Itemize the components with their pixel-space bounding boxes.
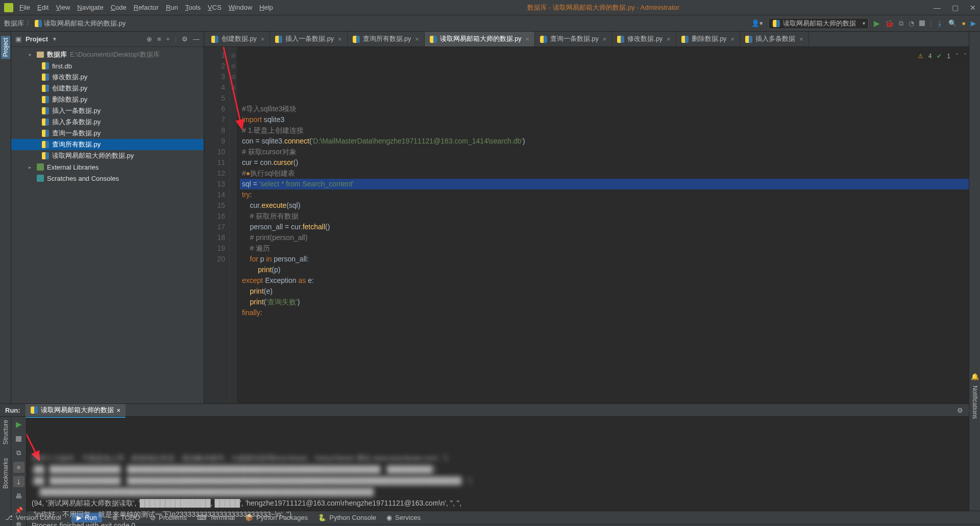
close-tab-icon[interactable]: ×	[261, 35, 265, 43]
print-icon[interactable]: 🖶	[13, 490, 24, 501]
project-tree[interactable]: ▾ 数据库 E:\Documents\Desktop\数据库 first.db修…	[11, 47, 204, 403]
run-tab[interactable]: 读取网易邮箱大师的数据 ×	[26, 404, 126, 416]
locate-icon[interactable]: ⊕	[146, 35, 152, 43]
project-title: Project	[26, 35, 48, 43]
tree-file[interactable]: 修改数据.py	[11, 71, 204, 83]
run-config-selector[interactable]: 读取网易邮箱大师的数据	[768, 18, 869, 29]
tree-file[interactable]: 插入一条数据.py	[11, 105, 204, 116]
search-icon[interactable]: 🔍	[948, 19, 957, 27]
editor-tab[interactable]: 读取网易邮箱大师的数据.py×	[425, 32, 535, 47]
collapse-all-icon[interactable]: ÷	[166, 35, 169, 43]
stop-button[interactable]	[13, 433, 24, 444]
menu-view[interactable]: View	[56, 4, 70, 11]
python-file-icon	[681, 36, 689, 43]
run-button[interactable]: ▶	[874, 19, 880, 28]
editor-tab[interactable]: 插入多条数据×	[740, 32, 809, 47]
close-tab-icon[interactable]: ×	[799, 35, 803, 43]
editor-body[interactable]: 1234567891011121314151617181920 ⊟⊟⊟⊟ ⚠4 …	[204, 47, 980, 403]
stop-button[interactable]	[919, 20, 925, 26]
run-tool-window: Run: 读取网易邮箱大师的数据 × ⚙ — Structure Bookmar…	[0, 403, 980, 511]
notifications-icon[interactable]: 🔔	[971, 373, 979, 380]
editor-tab[interactable]: 删除数据.py×	[676, 32, 740, 47]
close-tab-icon[interactable]: ×	[730, 35, 734, 43]
maximize-icon[interactable]: ▢	[952, 4, 959, 12]
code-area[interactable]: ⚠4 ✔1 ˄ ˅ #导入sqllite3模块import sqlite3# 1…	[237, 47, 980, 403]
ide-features-icon[interactable]: ●	[962, 19, 966, 27]
menu-window[interactable]: Window	[229, 4, 252, 11]
tree-file[interactable]: 查询所有数据.py	[11, 139, 204, 150]
git-update-icon[interactable]: ⭳	[937, 19, 943, 27]
coverage-button[interactable]: ⧉	[899, 19, 903, 28]
expand-all-icon[interactable]: ≡	[157, 35, 161, 43]
warning-icon: ⚠	[918, 51, 923, 62]
python-file-icon	[42, 141, 49, 148]
editor-tab[interactable]: 插入一条数据.py×	[270, 32, 347, 47]
editor-tab[interactable]: 创建数据.py×	[206, 32, 270, 47]
close-tab-icon[interactable]: ×	[526, 35, 530, 43]
close-tab-icon[interactable]: ×	[667, 35, 671, 43]
tree-file[interactable]: 查询一条数据.py	[11, 128, 204, 139]
chevron-down-icon[interactable]: ˅	[964, 51, 967, 62]
menu-edit[interactable]: Edit	[37, 4, 48, 11]
scroll-to-end-icon[interactable]: ⤓	[13, 476, 24, 487]
python-icon	[773, 20, 780, 27]
menu-code[interactable]: Code	[111, 4, 127, 11]
tree-file[interactable]: 创建数据.py	[11, 83, 204, 94]
sidebar-tab-structure[interactable]: Structure	[2, 420, 9, 445]
menu-vcs[interactable]: VCS	[208, 4, 222, 11]
chevron-right-icon[interactable]: ▸	[29, 164, 34, 170]
inspection-widget[interactable]: ⚠4 ✔1 ˄ ˅	[916, 50, 969, 63]
rerun-button[interactable]: ▶	[13, 419, 24, 430]
menu-refactor[interactable]: Refactor	[134, 4, 159, 11]
menu-tools[interactable]: Tools	[185, 4, 201, 11]
console-output[interactable]: 加州十大操作，可能是他上帝，邮箱地址有误，请勿略本邮件。\n感谢你使用AnyVi…	[27, 417, 980, 526]
close-tab-icon[interactable]: ×	[603, 35, 607, 43]
breadcrumb-file[interactable]: 读取网易邮箱大师的数据.py	[44, 19, 126, 28]
gear-icon[interactable]: ⚙	[182, 35, 188, 43]
editor-tab[interactable]: 修改数据.py×	[612, 32, 676, 47]
scratches-and-consoles[interactable]: Scratches and Consoles	[11, 173, 204, 184]
tree-file[interactable]: 插入多条数据.py	[11, 116, 204, 128]
project-view-icon: ▣	[15, 35, 21, 43]
close-tab-icon[interactable]: ×	[117, 407, 121, 414]
editor-area: 创建数据.py×插入一条数据.py×查询所有数据.py×读取网易邮箱大师的数据.…	[204, 32, 980, 403]
menu-navigate[interactable]: Navigate	[77, 4, 103, 11]
menu-run[interactable]: Run	[166, 4, 178, 11]
debug-button[interactable]: 🐞	[885, 19, 894, 28]
menu-file[interactable]: File	[19, 4, 30, 11]
sidebar-tab-notifications[interactable]: Notifications	[971, 386, 978, 419]
gear-icon[interactable]: ⚙	[957, 407, 963, 414]
breadcrumb[interactable]: 数据库 〉 读取网易邮箱大师的数据.py	[4, 19, 126, 28]
tree-file[interactable]: 删除数据.py	[11, 94, 204, 105]
minimize-icon[interactable]: —	[934, 4, 941, 12]
tree-file[interactable]: first.db	[11, 60, 204, 71]
editor-tab[interactable]: 查询一条数据.py×	[535, 32, 612, 47]
editor-tabbar: 创建数据.py×插入一条数据.py×查询所有数据.py×读取网易邮箱大师的数据.…	[204, 32, 980, 47]
code-with-me-icon[interactable]: ▶	[971, 19, 976, 27]
tree-file[interactable]: 读取网易邮箱大师的数据.py	[11, 150, 204, 161]
left-tool-stripe-bottom: Structure Bookmarks	[0, 417, 11, 526]
python-file-icon	[42, 62, 49, 69]
breadcrumb-root[interactable]: 数据库	[4, 19, 24, 28]
chevron-up-icon[interactable]: ˄	[955, 51, 959, 62]
sidebar-tab-project[interactable]: Project	[1, 36, 10, 59]
run-header: Run: 读取网易邮箱大师的数据 × ⚙ —	[0, 404, 980, 417]
editor-tab[interactable]: 查询所有数据.py×	[348, 32, 425, 47]
python-file-icon	[540, 36, 547, 43]
hide-icon[interactable]: —	[193, 35, 200, 43]
user-icon[interactable]: 👤▾	[751, 19, 763, 27]
layout-icon[interactable]: ⧉	[13, 447, 24, 459]
close-tab-icon[interactable]: ×	[415, 35, 419, 43]
root-path: E:\Documents\Desktop\数据库	[70, 50, 160, 59]
external-libraries[interactable]: ▸ External Libraries	[11, 161, 204, 173]
sidebar-tab-bookmarks[interactable]: Bookmarks	[2, 458, 9, 489]
python-file-icon	[430, 36, 437, 43]
soft-wrap-icon[interactable]: ≡	[13, 462, 24, 473]
menu-help[interactable]: Help	[259, 4, 273, 11]
close-tab-icon[interactable]: ×	[338, 35, 342, 43]
project-root[interactable]: ▾ 数据库 E:\Documents\Desktop\数据库	[11, 49, 204, 60]
close-icon[interactable]: ✕	[970, 4, 976, 12]
profile-button[interactable]: ◔	[909, 19, 914, 27]
chevron-down-icon[interactable]: ▼	[52, 36, 57, 42]
chevron-down-icon[interactable]: ▾	[29, 52, 34, 58]
